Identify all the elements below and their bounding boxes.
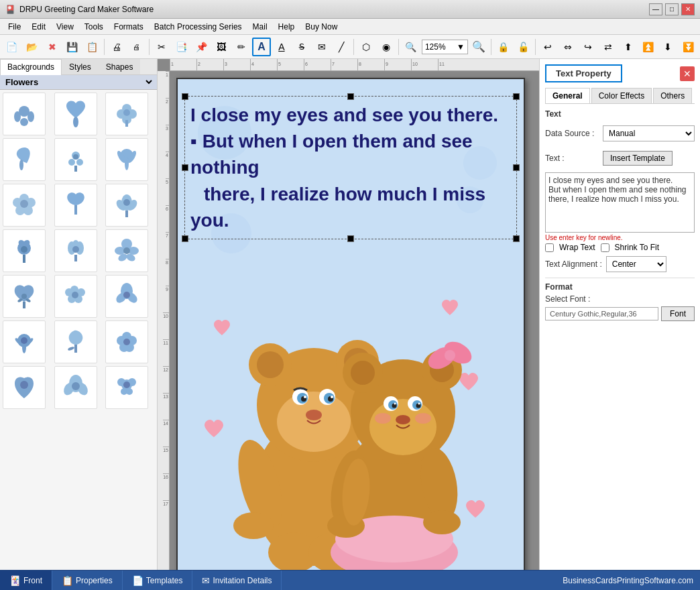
sticker-10[interactable] bbox=[3, 229, 46, 272]
sticker-18[interactable] bbox=[105, 320, 148, 363]
text-content-area[interactable]: I close my eyes and see you there. But w… bbox=[545, 172, 695, 233]
sticker-1[interactable] bbox=[3, 93, 46, 135]
sticker-3[interactable] bbox=[105, 93, 148, 135]
sticker-21[interactable] bbox=[105, 366, 148, 409]
tb-print[interactable]: 🖨 bbox=[107, 38, 126, 56]
tb-save-as[interactable]: 📋 bbox=[82, 38, 101, 56]
tb-copy[interactable]: 📑 bbox=[172, 38, 191, 56]
prop-close-button[interactable]: ✕ bbox=[680, 66, 695, 81]
menu-buy[interactable]: Buy Now bbox=[300, 21, 343, 33]
tb-shape1[interactable]: ⬡ bbox=[357, 38, 375, 56]
shrink-fit-checkbox[interactable] bbox=[601, 243, 609, 252]
prop-tab-general[interactable]: General bbox=[545, 88, 590, 103]
menu-edit[interactable]: Edit bbox=[26, 21, 51, 33]
sticker-12[interactable] bbox=[105, 229, 148, 272]
checkbox-row: Wrap Text Shrink To Fit bbox=[545, 243, 695, 252]
handle-tl[interactable] bbox=[182, 93, 188, 100]
status-invitation[interactable]: ✉ Invitation Details bbox=[192, 571, 282, 590]
ruler-tick-v: 3 bbox=[166, 125, 169, 152]
sticker-6[interactable] bbox=[105, 138, 148, 181]
handle-ml[interactable] bbox=[182, 164, 188, 171]
tb-line[interactable]: ╱ bbox=[333, 38, 351, 56]
sticker-15[interactable] bbox=[105, 275, 148, 318]
minimize-button[interactable]: — bbox=[649, 3, 662, 15]
font-button[interactable]: Font bbox=[661, 306, 695, 321]
prop-tab-others[interactable]: Others bbox=[653, 88, 692, 103]
tb-down[interactable]: ⬇ bbox=[658, 38, 677, 56]
tb-image[interactable]: 🖼 bbox=[212, 38, 231, 56]
tb-undo[interactable]: ↩ bbox=[538, 38, 557, 56]
maximize-button[interactable]: □ bbox=[665, 3, 679, 15]
card-canvas[interactable]: I close my eyes and see you there. But w… bbox=[176, 78, 525, 570]
sticker-9[interactable] bbox=[105, 184, 148, 227]
tb-mail[interactable]: ✉ bbox=[312, 38, 331, 56]
tb-cut[interactable]: ✂ bbox=[152, 38, 171, 56]
sticker-13[interactable] bbox=[3, 275, 46, 318]
handle-mr[interactable] bbox=[513, 164, 520, 171]
sticker-grid-container bbox=[0, 90, 157, 570]
tb-page-up[interactable]: ⏫ bbox=[639, 38, 658, 56]
tab-backgrounds[interactable]: Backgrounds bbox=[0, 59, 62, 75]
tb-print2[interactable]: 🖨 bbox=[127, 38, 146, 56]
tb-text2[interactable]: A bbox=[272, 38, 291, 56]
tb-strikeout[interactable]: S̶ bbox=[292, 38, 311, 56]
sticker-20[interactable] bbox=[54, 366, 97, 409]
prop-tabs: General Color Effects Others bbox=[545, 88, 695, 104]
tb-open[interactable]: 📂 bbox=[23, 38, 42, 56]
category-select[interactable]: Flowers Roses Tulips bbox=[3, 76, 154, 88]
sticker-5[interactable] bbox=[54, 138, 97, 181]
handle-tr[interactable] bbox=[513, 93, 520, 100]
invitation-label: Invitation Details bbox=[213, 576, 272, 585]
tb-lock2[interactable]: 🔓 bbox=[514, 38, 532, 56]
tb-flip-h[interactable]: ⇄ bbox=[599, 38, 618, 56]
wrap-text-checkbox[interactable] bbox=[545, 243, 554, 252]
alignment-select[interactable]: Center Left Right Justify bbox=[606, 256, 666, 272]
sticker-17[interactable] bbox=[54, 320, 97, 363]
sticker-16[interactable] bbox=[3, 320, 46, 363]
status-properties[interactable]: 📋 Properties bbox=[52, 571, 123, 590]
sticker-11[interactable] bbox=[54, 229, 97, 272]
tb-lock[interactable]: 🔒 bbox=[494, 38, 513, 56]
svg-point-66 bbox=[21, 337, 27, 344]
tb-zoom-out[interactable]: 🔍 bbox=[469, 38, 488, 56]
handle-tm[interactable] bbox=[347, 93, 354, 100]
insert-template-button[interactable]: Insert Template bbox=[603, 151, 673, 166]
handle-bl[interactable] bbox=[182, 235, 188, 242]
tb-text[interactable]: A bbox=[252, 38, 271, 56]
sticker-8[interactable] bbox=[54, 184, 97, 227]
data-source-select[interactable]: Manual Database CSV bbox=[603, 125, 695, 141]
prop-tab-color[interactable]: Color Effects bbox=[591, 88, 652, 103]
handle-br[interactable] bbox=[513, 235, 520, 242]
menu-help[interactable]: Help bbox=[273, 21, 300, 33]
tb-redo[interactable]: ↪ bbox=[579, 38, 597, 56]
tb-paste[interactable]: 📌 bbox=[192, 38, 211, 56]
tb-page-down[interactable]: ⏬ bbox=[679, 38, 697, 56]
tb-shape2[interactable]: ◉ bbox=[377, 38, 396, 56]
tb-save[interactable]: 💾 bbox=[63, 38, 82, 56]
sticker-14[interactable] bbox=[54, 275, 97, 318]
menu-file[interactable]: File bbox=[3, 21, 26, 33]
tb-close-file[interactable]: ✖ bbox=[43, 38, 62, 56]
menu-mail[interactable]: Mail bbox=[247, 21, 273, 33]
menu-batch[interactable]: Batch Processing Series bbox=[149, 21, 247, 33]
tb-up[interactable]: ⬆ bbox=[619, 38, 638, 56]
tb-new[interactable]: 📄 bbox=[3, 38, 21, 56]
menu-tools[interactable]: Tools bbox=[79, 21, 109, 33]
sticker-7[interactable] bbox=[3, 184, 46, 227]
tab-styles[interactable]: Styles bbox=[62, 59, 99, 74]
zoom-input[interactable]: 125% bbox=[425, 42, 455, 52]
sticker-19[interactable] bbox=[3, 366, 46, 409]
sticker-2[interactable] bbox=[54, 93, 97, 135]
text-selection-box[interactable]: I close my eyes and see you there. But w… bbox=[184, 96, 517, 239]
tb-arrows[interactable]: ⇔ bbox=[559, 38, 577, 56]
status-templates[interactable]: 📄 Templates bbox=[123, 571, 193, 590]
close-button[interactable]: ✕ bbox=[681, 3, 695, 15]
menu-view[interactable]: View bbox=[51, 21, 79, 33]
zoom-dropdown-icon[interactable]: ▼ bbox=[457, 42, 465, 52]
status-front[interactable]: 🃏 Front bbox=[0, 571, 52, 590]
tb-zoom-in-icon[interactable]: 🔍 bbox=[402, 38, 420, 56]
tab-shapes[interactable]: Shapes bbox=[99, 59, 141, 74]
sticker-4[interactable] bbox=[3, 138, 46, 181]
tb-draw[interactable]: ✏ bbox=[232, 38, 251, 56]
menu-formats[interactable]: Formats bbox=[109, 21, 149, 33]
